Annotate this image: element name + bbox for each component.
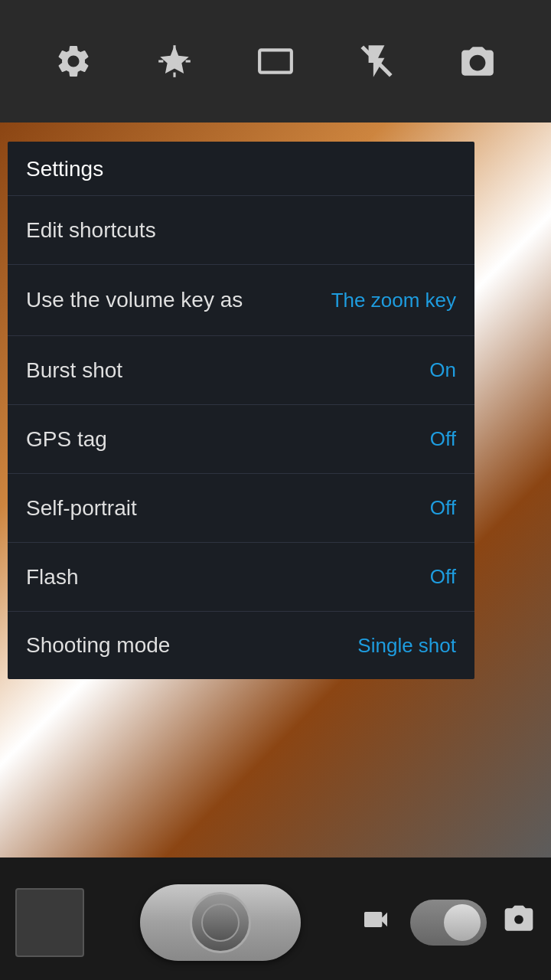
flash-value: Off — [430, 565, 456, 589]
camera-mode-icon[interactable] — [502, 903, 536, 943]
camera-flip-icon[interactable] — [458, 42, 497, 80]
self-portrait-row[interactable]: Self-portrait Off — [8, 474, 474, 543]
mode-toggle-ball — [444, 904, 481, 941]
settings-panel: Settings Edit shortcuts Use the volume k… — [8, 142, 474, 679]
volume-key-row[interactable]: Use the volume key as The zoom key — [8, 265, 474, 336]
burst-shot-label: Burst shot — [26, 358, 417, 383]
edit-shortcuts-row[interactable]: Edit shortcuts — [8, 196, 474, 265]
effects-icon[interactable] — [155, 42, 194, 80]
volume-key-value: The zoom key — [331, 289, 456, 312]
volume-key-label: Use the volume key as — [26, 286, 319, 314]
self-portrait-value: Off — [430, 496, 456, 520]
mode-toggle[interactable] — [410, 900, 487, 946]
shooting-mode-label: Shooting mode — [26, 633, 345, 658]
settings-title: Settings — [8, 142, 474, 196]
shooting-mode-value: Single shot — [357, 634, 456, 658]
video-mode-icon[interactable] — [357, 904, 395, 942]
shutter-button-container — [140, 884, 301, 961]
gps-tag-value: Off — [430, 427, 456, 451]
shutter-button[interactable] — [140, 884, 301, 961]
bottom-bar — [0, 865, 551, 980]
edit-shortcuts-label: Edit shortcuts — [26, 218, 456, 243]
settings-icon[interactable] — [54, 42, 93, 80]
flash-row[interactable]: Flash Off — [8, 543, 474, 612]
svg-rect-5 — [259, 50, 292, 72]
aspect-ratio-icon[interactable] — [256, 42, 295, 80]
self-portrait-label: Self-portrait — [26, 496, 418, 521]
thumbnail-preview[interactable] — [15, 888, 84, 957]
right-controls — [357, 900, 536, 946]
top-toolbar — [0, 0, 551, 122]
flash-off-icon[interactable] — [357, 42, 396, 80]
gps-tag-row[interactable]: GPS tag Off — [8, 405, 474, 474]
burst-shot-row[interactable]: Burst shot On — [8, 336, 474, 405]
shutter-inner — [190, 892, 251, 953]
shutter-center — [201, 903, 240, 942]
shooting-mode-row[interactable]: Shooting mode Single shot — [8, 612, 474, 679]
flash-label: Flash — [26, 565, 418, 590]
burst-shot-value: On — [429, 358, 456, 382]
gps-tag-label: GPS tag — [26, 427, 418, 452]
